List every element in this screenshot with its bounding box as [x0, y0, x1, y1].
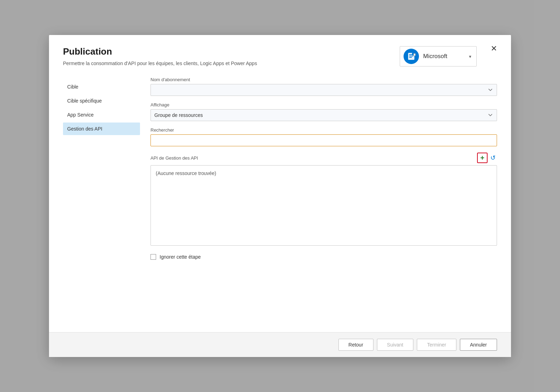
sidebar-item-app-service[interactable]: App Service — [63, 108, 140, 121]
search-label: Rechercher — [150, 127, 497, 133]
modal-subtitle: Permettre la consommation d'API pour les… — [63, 61, 400, 66]
cancel-button[interactable]: Annuler — [460, 339, 497, 351]
skip-checkbox-row: Ignorer cette étape — [150, 254, 497, 260]
skip-checkbox[interactable] — [150, 254, 156, 260]
subscription-label: Nom d'abonnement — [150, 77, 497, 82]
subscription-select[interactable] — [150, 84, 497, 96]
modal-title: Publication — [63, 46, 400, 57]
modal-header: Publication Permettre la consommation d'… — [49, 35, 511, 66]
api-list-empty: (Aucune ressource trouvée) — [156, 170, 216, 176]
svg-rect-2 — [409, 56, 413, 56]
header-right: 📋 Microsoft ▾ ✕ — [400, 46, 497, 66]
sidebar-item-cible[interactable]: Cible — [63, 80, 140, 93]
subscription-group: Nom d'abonnement — [150, 77, 497, 96]
api-list: (Aucune ressource trouvée) — [150, 165, 497, 246]
microsoft-badge[interactable]: 📋 Microsoft ▾ — [400, 46, 477, 66]
microsoft-label: Microsoft — [423, 53, 462, 60]
publication-modal: Publication Permettre la consommation d'… — [49, 35, 511, 357]
search-input[interactable] — [150, 134, 497, 146]
modal-body: Cible Cible spécifique App Service Gesti… — [49, 66, 511, 332]
search-group: Rechercher — [150, 127, 497, 146]
back-button[interactable]: Retour — [338, 339, 373, 351]
svg-text:📋: 📋 — [413, 53, 416, 56]
api-section-label: API de Gestion des API — [150, 155, 198, 161]
microsoft-icon: 📋 — [404, 49, 419, 64]
svg-rect-3 — [409, 57, 412, 58]
close-button[interactable]: ✕ — [484, 45, 497, 52]
main-content: Nom d'abonnement Affichage Groupe de res… — [140, 77, 497, 325]
api-section-header: API de Gestion des API + ↺ — [150, 153, 497, 163]
sidebar-item-gestion-api[interactable]: Gestion des API — [63, 122, 140, 135]
finish-button[interactable]: Terminer — [417, 339, 456, 351]
modal-footer: Retour Suivant Terminer Annuler — [49, 332, 511, 357]
display-select[interactable]: Groupe de ressources — [150, 109, 497, 121]
modal-overlay: Publication Permettre la consommation d'… — [0, 0, 560, 392]
modal-title-section: Publication Permettre la consommation d'… — [63, 46, 400, 66]
display-label: Affichage — [150, 102, 497, 107]
api-list-group: API de Gestion des API + ↺ (Aucune resso… — [150, 153, 497, 246]
microsoft-chevron-icon: ▾ — [469, 54, 471, 59]
skip-label: Ignorer cette étape — [160, 254, 201, 260]
next-button[interactable]: Suivant — [377, 339, 414, 351]
add-api-button[interactable]: + — [477, 153, 488, 163]
sidebar-item-cible-specifique[interactable]: Cible spécifique — [63, 94, 140, 107]
display-group: Affichage Groupe de ressources — [150, 102, 497, 121]
api-section-actions: + ↺ — [477, 153, 497, 163]
sidebar: Cible Cible spécifique App Service Gesti… — [63, 77, 140, 325]
refresh-button[interactable]: ↺ — [489, 153, 497, 162]
